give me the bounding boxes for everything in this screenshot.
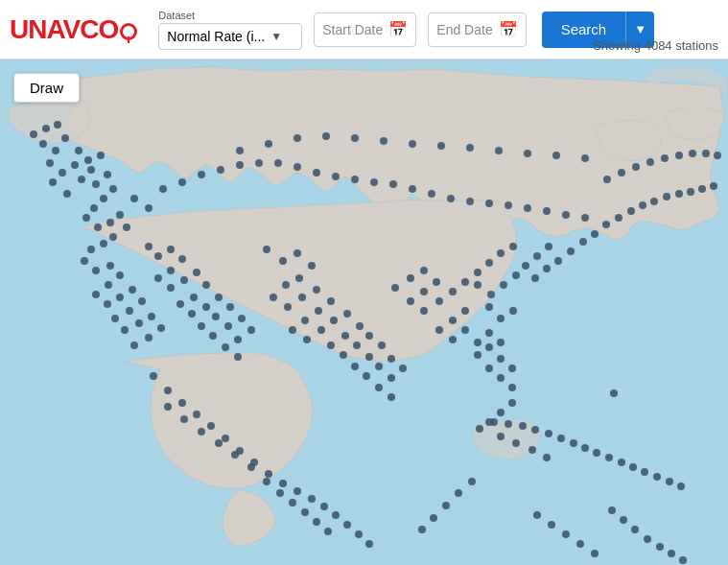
map-container[interactable]: Draw <box>0 59 728 565</box>
stations-count: Showing 4084 stations <box>593 38 718 53</box>
svg-point-138 <box>639 201 646 209</box>
svg-point-277 <box>49 178 57 186</box>
svg-point-127 <box>533 252 541 260</box>
svg-point-74 <box>315 307 322 315</box>
svg-point-31 <box>111 315 119 322</box>
svg-point-170 <box>236 147 244 154</box>
dataset-select[interactable]: Normal Rate (i... ▼ <box>158 23 302 50</box>
svg-point-68 <box>282 281 290 289</box>
svg-point-169 <box>145 204 153 212</box>
svg-point-261 <box>485 343 493 351</box>
chevron-down-icon: ▼ <box>270 30 282 43</box>
svg-point-160 <box>447 195 455 202</box>
dataset-group: Dataset Normal Rate (i... ▼ <box>158 10 302 50</box>
svg-point-125 <box>497 339 505 346</box>
svg-point-270 <box>30 130 37 138</box>
svg-point-179 <box>495 147 503 154</box>
svg-point-219 <box>570 439 577 447</box>
svg-point-111 <box>474 281 481 289</box>
svg-point-183 <box>150 372 157 380</box>
logo-text: UNAVCO <box>10 16 118 43</box>
svg-point-259 <box>679 556 687 564</box>
svg-point-3 <box>84 156 92 164</box>
svg-point-257 <box>656 543 664 551</box>
svg-point-229 <box>497 433 505 440</box>
end-date-picker[interactable]: End Date 📅 <box>428 12 526 47</box>
svg-point-220 <box>581 444 589 452</box>
svg-point-255 <box>631 526 639 533</box>
svg-point-273 <box>39 140 47 148</box>
svg-point-222 <box>605 454 613 461</box>
svg-point-146 <box>178 178 186 186</box>
svg-point-157 <box>389 180 397 188</box>
svg-point-71 <box>298 294 306 301</box>
svg-point-90 <box>363 372 370 380</box>
svg-point-118 <box>449 317 457 324</box>
svg-point-264 <box>497 374 505 382</box>
svg-point-32 <box>121 326 129 334</box>
svg-point-34 <box>148 313 155 320</box>
svg-point-110 <box>509 243 517 250</box>
svg-point-41 <box>178 255 186 263</box>
svg-point-1 <box>75 147 82 154</box>
svg-point-267 <box>508 399 516 407</box>
svg-point-29 <box>138 297 146 305</box>
svg-point-152 <box>294 163 301 171</box>
svg-point-57 <box>224 322 232 330</box>
svg-point-148 <box>217 166 224 174</box>
svg-point-241 <box>714 152 721 159</box>
svg-point-56 <box>209 332 217 340</box>
svg-point-66 <box>308 262 316 270</box>
svg-point-97 <box>391 284 399 292</box>
svg-point-205 <box>247 463 255 471</box>
svg-point-67 <box>295 274 303 282</box>
svg-point-208 <box>289 499 296 506</box>
svg-point-54 <box>212 313 220 320</box>
svg-point-145 <box>159 185 167 193</box>
svg-point-43 <box>154 274 162 282</box>
svg-point-117 <box>509 307 517 315</box>
draw-button[interactable]: Draw <box>13 73 80 103</box>
svg-point-184 <box>164 387 172 394</box>
svg-point-142 <box>687 188 694 196</box>
svg-point-198 <box>355 530 363 538</box>
svg-point-177 <box>437 142 445 150</box>
calendar-icon: 📅 <box>388 20 408 38</box>
svg-point-91 <box>375 363 383 370</box>
svg-point-263 <box>485 365 493 372</box>
svg-point-225 <box>641 468 648 476</box>
svg-point-53 <box>226 303 234 311</box>
svg-point-122 <box>461 326 469 334</box>
svg-point-81 <box>356 322 364 330</box>
svg-point-86 <box>365 332 373 340</box>
svg-point-4 <box>97 152 105 159</box>
svg-point-150 <box>255 159 263 167</box>
svg-point-185 <box>178 399 186 407</box>
svg-point-242 <box>610 389 618 397</box>
svg-point-103 <box>420 307 428 315</box>
svg-point-37 <box>130 341 138 349</box>
svg-point-258 <box>668 550 675 557</box>
svg-point-227 <box>666 478 673 485</box>
start-date-picker[interactable]: Start Date 📅 <box>314 12 416 47</box>
header: UNAVCO Dataset Normal Rate (i... ▼ Start… <box>0 0 728 59</box>
svg-point-244 <box>455 489 462 497</box>
svg-point-168 <box>130 195 138 202</box>
svg-point-80 <box>343 310 351 318</box>
svg-point-238 <box>675 152 683 159</box>
svg-point-50 <box>188 310 196 318</box>
svg-point-95 <box>375 384 383 391</box>
svg-point-6 <box>78 176 85 183</box>
svg-point-9 <box>109 185 117 193</box>
svg-point-182 <box>581 154 589 162</box>
svg-point-249 <box>548 521 555 529</box>
svg-point-84 <box>340 351 347 359</box>
svg-point-158 <box>409 185 416 193</box>
svg-point-232 <box>543 454 551 461</box>
svg-point-105 <box>449 288 457 295</box>
svg-point-19 <box>87 246 95 253</box>
svg-point-147 <box>198 171 205 178</box>
svg-point-171 <box>265 140 272 148</box>
svg-point-126 <box>522 262 529 270</box>
svg-point-124 <box>485 329 493 337</box>
